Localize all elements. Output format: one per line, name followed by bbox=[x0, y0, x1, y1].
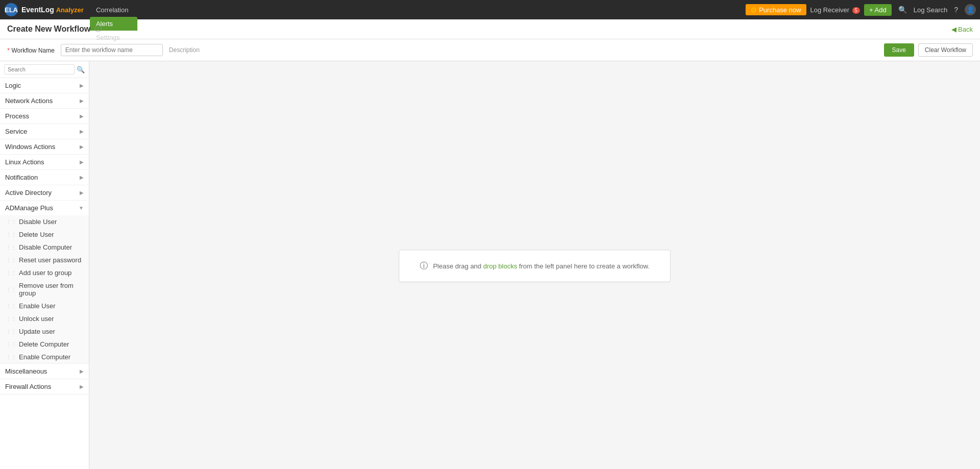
back-label: Back bbox=[958, 26, 973, 33]
workflow-name-label: * Workflow Name bbox=[7, 46, 55, 54]
sidebar-item-label-6: Enable User bbox=[19, 302, 56, 310]
drag-handle-icon-7: ⋮⋮ bbox=[6, 316, 16, 322]
sidebar-section-label-9: Miscellaneous bbox=[5, 367, 47, 375]
search-icon-button[interactable]: 🔍 bbox=[896, 5, 910, 15]
sidebar-item-disable-computer[interactable]: ⋮⋮Disable Computer bbox=[0, 241, 89, 254]
sidebar-section-label-1: Network Actions bbox=[5, 97, 53, 105]
sidebar-section-label-10: Firewall Actions bbox=[5, 383, 51, 390]
add-label: + Add bbox=[869, 6, 887, 14]
canvas-info-icon: ⓘ bbox=[420, 260, 428, 271]
sidebar-chevron-icon-8: ▼ bbox=[79, 205, 84, 211]
sidebar-section-header-4[interactable]: Windows Actions▶ bbox=[0, 139, 89, 154]
save-button[interactable]: Save bbox=[884, 43, 914, 57]
drag-handle-icon-6: ⋮⋮ bbox=[6, 303, 16, 309]
description-link[interactable]: Description bbox=[169, 46, 200, 54]
sidebar-section-label-3: Service bbox=[5, 128, 27, 135]
sidebar-section-header-7[interactable]: Active Directory▶ bbox=[0, 185, 89, 200]
sidebar-search-input[interactable] bbox=[4, 64, 75, 75]
page-title: Create New Workflow bbox=[7, 24, 90, 34]
canvas-placeholder: ⓘ Please drag and drop blocks from the l… bbox=[399, 250, 671, 282]
back-button[interactable]: ◀ Back bbox=[951, 26, 973, 33]
sidebar-item-label-3: Reset user password bbox=[19, 256, 81, 264]
sidebar-chevron-icon-2: ▶ bbox=[80, 113, 84, 119]
nav-item-correlation[interactable]: Correlation bbox=[90, 3, 137, 17]
log-receiver-button[interactable]: Log Receiver 5 bbox=[810, 6, 861, 14]
sidebar-section-label-6: Notification bbox=[5, 174, 38, 181]
sidebar-section-service: Service▶ bbox=[0, 124, 89, 139]
drag-handle-icon-2: ⋮⋮ bbox=[6, 244, 16, 250]
sidebar-section-header-8[interactable]: ADManage Plus▼ bbox=[0, 201, 89, 215]
sidebar-item-reset-user-password[interactable]: ⋮⋮Reset user password bbox=[0, 254, 89, 266]
nav-item-search[interactable]: Search bbox=[90, 0, 137, 3]
sidebar-item-label-4: Add user to group bbox=[19, 269, 71, 277]
drag-handle-icon-4: ⋮⋮ bbox=[6, 270, 16, 276]
add-button[interactable]: + Add bbox=[864, 4, 892, 16]
sidebar-item-remove-user-from-group[interactable]: ⋮⋮Remove user from group bbox=[0, 279, 89, 300]
sidebar-section-admanage-plus: ADManage Plus▼⋮⋮Disable User⋮⋮Delete Use… bbox=[0, 201, 89, 364]
sidebar-chevron-icon-3: ▶ bbox=[80, 129, 84, 134]
drag-handle-icon-8: ⋮⋮ bbox=[6, 329, 16, 334]
sidebar-chevron-icon-5: ▶ bbox=[80, 159, 84, 165]
sidebar-chevron-icon-7: ▶ bbox=[80, 190, 84, 195]
workflow-name-input[interactable] bbox=[61, 44, 163, 56]
sidebar-section-header-0[interactable]: Logic▶ bbox=[0, 78, 89, 93]
drag-handle-icon-1: ⋮⋮ bbox=[6, 232, 16, 237]
sidebar-search-container: 🔍 bbox=[0, 61, 89, 78]
sidebar-section-header-3[interactable]: Service▶ bbox=[0, 124, 89, 139]
main-content: 🔍 Logic▶Network Actions▶Process▶Service▶… bbox=[0, 61, 980, 469]
user-avatar[interactable]: 👤 bbox=[965, 4, 976, 15]
sidebar-section-header-10[interactable]: Firewall Actions▶ bbox=[0, 379, 89, 394]
sidebar-item-disable-user[interactable]: ⋮⋮Disable User bbox=[0, 215, 89, 228]
sidebar-section-label-8: ADManage Plus bbox=[5, 204, 53, 212]
sidebar-item-enable-user[interactable]: ⋮⋮Enable User bbox=[0, 300, 89, 312]
clear-workflow-button[interactable]: Clear Workflow bbox=[918, 43, 973, 57]
sidebar-section-windows-actions: Windows Actions▶ bbox=[0, 139, 89, 155]
workflow-actions: Save Clear Workflow bbox=[884, 43, 973, 57]
sidebar-section-header-9[interactable]: Miscellaneous▶ bbox=[0, 364, 89, 379]
sidebar-chevron-icon-10: ▶ bbox=[80, 384, 84, 389]
page-help-icon[interactable]: ⓘ bbox=[94, 24, 102, 34]
sidebar-section-linux-actions: Linux Actions▶ bbox=[0, 155, 89, 170]
log-search-button[interactable]: Log Search bbox=[914, 6, 948, 14]
sidebar-section-process: Process▶ bbox=[0, 109, 89, 124]
sidebar-item-label-1: Delete User bbox=[19, 231, 54, 238]
drag-handle-icon-9: ⋮⋮ bbox=[6, 341, 16, 347]
sidebar-item-update-user[interactable]: ⋮⋮Update user bbox=[0, 325, 89, 338]
sidebar-section-header-1[interactable]: Network Actions▶ bbox=[0, 93, 89, 108]
help-icon-button[interactable]: ? bbox=[951, 5, 961, 15]
sidebar-item-add-user-to-group[interactable]: ⋮⋮Add user to group bbox=[0, 266, 89, 279]
sidebar-item-list-8: ⋮⋮Disable User⋮⋮Delete User⋮⋮Disable Com… bbox=[0, 215, 89, 363]
sidebar-item-delete-computer[interactable]: ⋮⋮Delete Computer bbox=[0, 338, 89, 351]
purchase-label: Purchase now bbox=[759, 6, 801, 14]
page-header: Create New Workflow ⓘ ◀ Back bbox=[0, 19, 980, 39]
topbar: ELA EventLog Analyzer DashboardReportsCo… bbox=[0, 0, 980, 19]
app-name: EventLog Analyzer bbox=[21, 6, 84, 14]
log-receiver-badge: 5 bbox=[852, 7, 861, 14]
canvas-area[interactable]: ⓘ Please drag and drop blocks from the l… bbox=[89, 61, 980, 469]
sidebar-section-notification: Notification▶ bbox=[0, 170, 89, 185]
sidebar-section-header-6[interactable]: Notification▶ bbox=[0, 170, 89, 185]
sidebar-item-label-7: Unlock user bbox=[19, 315, 54, 323]
sidebar-search-icon[interactable]: 🔍 bbox=[77, 66, 85, 73]
sidebar: 🔍 Logic▶Network Actions▶Process▶Service▶… bbox=[0, 61, 89, 469]
log-receiver-label: Log Receiver bbox=[810, 6, 850, 14]
sidebar-item-delete-user[interactable]: ⋮⋮Delete User bbox=[0, 228, 89, 241]
sidebar-section-label-4: Windows Actions bbox=[5, 143, 55, 151]
drag-handle-icon-0: ⋮⋮ bbox=[6, 219, 16, 225]
sidebar-item-label-0: Disable User bbox=[19, 218, 57, 226]
sidebar-section-label-2: Process bbox=[5, 112, 29, 120]
purchase-button[interactable]: ⊙ Purchase now bbox=[746, 4, 806, 15]
sidebar-section-header-2[interactable]: Process▶ bbox=[0, 109, 89, 124]
sidebar-section-header-5[interactable]: Linux Actions▶ bbox=[0, 155, 89, 169]
sidebar-section-label-7: Active Directory bbox=[5, 189, 52, 196]
sidebar-section-logic: Logic▶ bbox=[0, 78, 89, 93]
app-logo: ELA EventLog Analyzer bbox=[4, 3, 84, 17]
sidebar-section-miscellaneous: Miscellaneous▶ bbox=[0, 364, 89, 379]
sidebar-item-label-5: Remove user from group bbox=[19, 282, 84, 297]
sidebar-item-enable-computer[interactable]: ⋮⋮Enable Computer bbox=[0, 351, 89, 363]
sidebar-item-unlock-user[interactable]: ⋮⋮Unlock user bbox=[0, 312, 89, 325]
sidebar-chevron-icon-9: ▶ bbox=[80, 368, 84, 374]
sidebar-item-label-9: Delete Computer bbox=[19, 340, 69, 348]
topbar-right: ⊙ Purchase now Log Receiver 5 + Add 🔍 Lo… bbox=[746, 4, 976, 16]
sidebar-chevron-icon-1: ▶ bbox=[80, 98, 84, 104]
